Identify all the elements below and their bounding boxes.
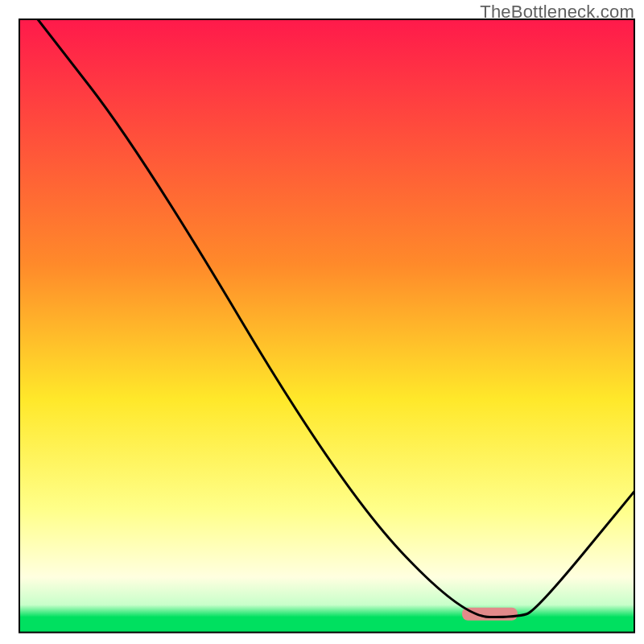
watermark-text: TheBottleneck.com: [480, 2, 634, 23]
gradient-background: [19, 19, 634, 633]
optimal-marker: [462, 608, 518, 621]
bottleneck-chart: TheBottleneck.com: [0, 0, 644, 644]
chart-svg: [0, 0, 644, 644]
